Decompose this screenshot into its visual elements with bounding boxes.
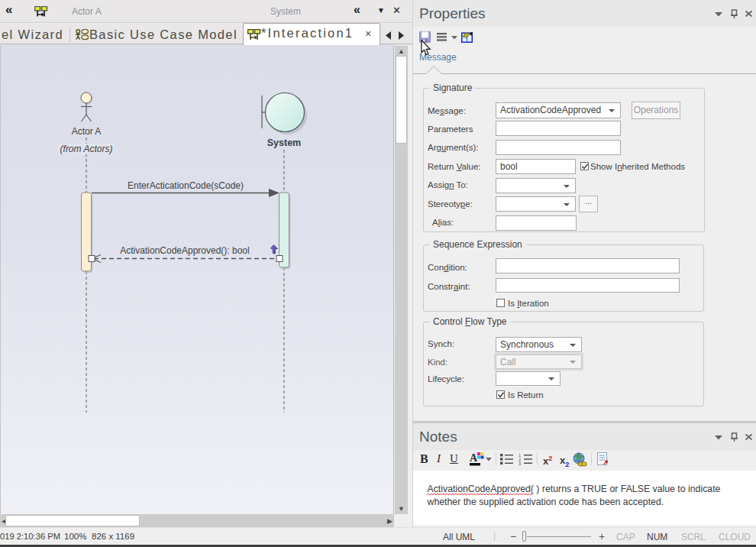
svg-text:System: System [267, 138, 301, 148]
svg-text:ActivationCodeApproved(): bool: ActivationCodeApproved(): bool [120, 245, 249, 256]
svg-text:Actor A: Actor A [72, 126, 102, 137]
svg-text:EnterActicationCode(sCode): EnterActicationCode(sCode) [128, 180, 244, 191]
svg-text:(from Actors): (from Actors) [60, 144, 113, 154]
svg-text:3: 3 [519, 461, 521, 465]
